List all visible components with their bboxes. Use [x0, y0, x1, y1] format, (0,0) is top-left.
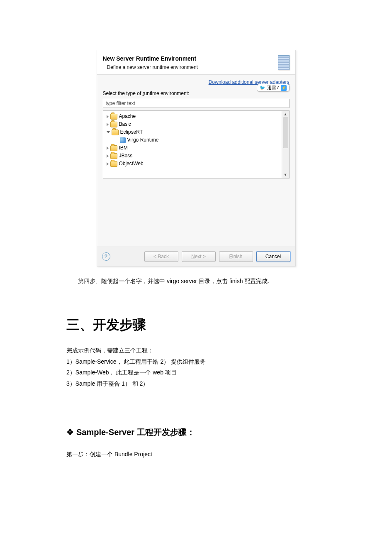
tree-item-eclipsert[interactable]: EclipseRT: [103, 128, 282, 136]
tree-label: IBM: [119, 144, 128, 152]
document-page: New Server Runtime Environment Define a …: [0, 0, 392, 548]
caret-down-icon: [107, 131, 110, 133]
tree-item-jboss[interactable]: JBoss: [103, 152, 282, 160]
list-item: 3）Sample 用于整合 1） 和 2）: [66, 378, 326, 389]
back-button[interactable]: < Back: [144, 251, 178, 262]
folder-icon: [110, 153, 117, 159]
scroll-down-button[interactable]: ▼: [282, 171, 289, 178]
folder-icon: [112, 130, 119, 135]
intro-text: 完成示例代码，需建立三个工程：: [66, 345, 326, 356]
scroll-up-button[interactable]: ▲: [282, 111, 289, 117]
list-item: 1）Sample-Service， 此工程用于给 2） 提供组件服务: [66, 356, 326, 367]
step1-text: 第一步：创建一个 Bundle Project: [66, 449, 326, 460]
dialog-body: Download additional server adapters 🐦 迅雷…: [97, 74, 295, 247]
dialog-header: New Server Runtime Environment Define a …: [97, 50, 295, 74]
bolt-icon: ⚡: [281, 85, 287, 91]
finish-button[interactable]: Finish: [219, 251, 253, 262]
runtime-tree[interactable]: Apache Basic EclipseRT Virgo Runt: [103, 110, 282, 178]
dialog-title: New Server Runtime Environment: [103, 55, 274, 62]
section-intro: 完成示例代码，需建立三个工程： 1）Sample-Service， 此工程用于给…: [66, 345, 326, 389]
tree-item-ibm[interactable]: IBM: [103, 144, 282, 152]
filter-text-input[interactable]: [103, 99, 290, 108]
tree-scrollbar[interactable]: ▲ ▼: [282, 110, 290, 178]
folder-icon: [110, 114, 117, 120]
bird-icon: 🐦: [260, 85, 265, 90]
tree-item-objectweb[interactable]: ObjectWeb: [103, 160, 282, 168]
folder-icon: [110, 161, 117, 167]
caret-right-icon: [107, 115, 109, 118]
diamond-icon: ❖: [66, 428, 74, 437]
tree-label: Apache: [119, 113, 136, 120]
scroll-track[interactable]: [282, 117, 289, 171]
step4-caption: 第四步、随便起一个名字，并选中 virgo server 目录，点击 finis…: [66, 276, 326, 287]
caret-right-icon: [107, 147, 109, 150]
folder-icon: [110, 145, 117, 151]
dialog-footer: ? < Back Next > Finish Cancel: [97, 247, 295, 266]
tree-item-apache[interactable]: Apache: [103, 112, 282, 120]
tree-item-virgo-runtime[interactable]: Virgo Runtime: [103, 136, 282, 144]
xunlei-badge[interactable]: 🐦 迅雷7 ⚡: [257, 84, 289, 92]
help-icon[interactable]: ?: [102, 252, 110, 261]
caret-right-icon: [107, 154, 109, 158]
tree-label: ObjectWeb: [119, 160, 144, 167]
tree-label: EclipseRT: [120, 129, 143, 136]
new-server-runtime-dialog: New Server Runtime Environment Define a …: [97, 50, 296, 266]
tree-item-basic[interactable]: Basic: [103, 120, 282, 128]
runtime-tree-container: Apache Basic EclipseRT Virgo Runt: [103, 110, 290, 178]
subsection-heading: ❖Sample-Server 工程开发步骤：: [66, 427, 326, 438]
caret-right-icon: [107, 162, 109, 166]
section-heading: 三、开发步骤: [66, 316, 326, 334]
tree-label: Basic: [119, 121, 131, 128]
virgo-icon: [120, 137, 126, 143]
caret-right-icon: [107, 123, 109, 126]
scroll-thumb[interactable]: [283, 117, 288, 148]
folder-icon: [110, 122, 117, 127]
cancel-button[interactable]: Cancel: [256, 251, 290, 262]
dialog-spacer: [103, 178, 290, 241]
tree-label: Virgo Runtime: [127, 137, 159, 144]
list-item: 2）Sample-Web， 此工程是一个 web 项目: [66, 367, 326, 378]
server-icon: [278, 55, 290, 70]
badge-label: 迅雷7: [267, 85, 279, 91]
tree-label: JBoss: [119, 152, 133, 159]
dialog-subtitle: Define a new server runtime environment: [107, 64, 274, 70]
next-button[interactable]: Next >: [182, 251, 216, 262]
